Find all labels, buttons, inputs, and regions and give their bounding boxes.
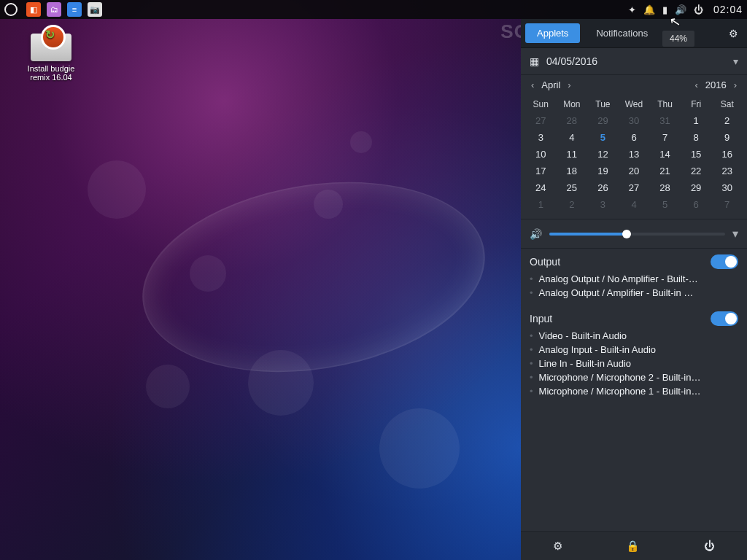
calendar-month: April [541, 79, 560, 90]
calendar-day[interactable]: 30 [619, 112, 650, 129]
calendar-day[interactable]: 11 [557, 146, 588, 163]
input-toggle[interactable] [711, 311, 738, 326]
year-next-icon[interactable]: › [731, 79, 740, 90]
calendar-day[interactable]: 29 [587, 112, 619, 129]
calendar-dow: Tue [587, 96, 619, 112]
calendar-day[interactable]: 5 [649, 196, 681, 213]
calendar-day[interactable]: 30 [711, 179, 743, 196]
calendar-month-row: ‹ April › ‹ 2016 › [521, 75, 747, 95]
input-device[interactable]: Microphone / Microphone 1 - Built-in… [530, 384, 738, 398]
calendar-dow: Thu [649, 96, 681, 112]
power-icon[interactable]: ⏻ [694, 4, 703, 15]
calendar-day[interactable]: 7 [649, 129, 681, 146]
network-icon[interactable]: ✦ [628, 4, 636, 15]
lock-icon[interactable]: 🔒 [626, 540, 640, 553]
calendar-day[interactable]: 15 [681, 146, 712, 163]
raven-bottom-bar: ⚙ 🔒 ⏻ [521, 531, 747, 560]
calendar-day[interactable]: 5 [587, 129, 619, 146]
raven-sidebar: Applets Notifications ⚙ ▦ 04/05/2016 ▾ ‹… [521, 19, 747, 560]
shutdown-icon[interactable]: ⏻ [704, 540, 715, 552]
calendar-day[interactable]: 27 [619, 179, 650, 196]
input-section: Input Video - Built-in AudioAnalog Input… [521, 306, 747, 404]
calendar-day[interactable]: 2 [711, 112, 743, 129]
settings-icon[interactable]: ⚙ [553, 540, 562, 553]
calendar-date: 04/05/2016 [546, 55, 597, 67]
calendar-day[interactable]: 1 [681, 112, 712, 129]
year-prev-icon[interactable]: ‹ [692, 79, 700, 90]
raven-settings-icon[interactable]: ⚙ [724, 25, 743, 42]
input-device[interactable]: Microphone / Microphone 2 - Built-in… [530, 370, 738, 384]
calendar-day[interactable]: 21 [649, 163, 681, 179]
month-prev-icon[interactable]: ‹ [528, 79, 537, 90]
calendar-day[interactable]: 28 [649, 179, 681, 196]
calendar-year: 2016 [705, 79, 727, 90]
install-label-line1: Install budgie [15, 64, 88, 73]
installer-disk-icon [31, 34, 71, 61]
calendar-date-row[interactable]: ▦ 04/05/2016 ▾ [521, 48, 747, 75]
calendar-day[interactable]: 7 [711, 196, 743, 213]
output-device[interactable]: Analog Output / Amplifier - Built-in … [530, 286, 738, 300]
input-device[interactable]: Analog Input - Built-in Audio [530, 343, 738, 357]
calendar-day[interactable]: 23 [711, 163, 743, 179]
calendar-day[interactable]: 28 [557, 112, 588, 129]
raven-tabs: Applets Notifications ⚙ [521, 19, 747, 48]
calendar-day[interactable]: 24 [525, 179, 557, 196]
calendar-day[interactable]: 3 [525, 129, 557, 146]
month-next-icon[interactable]: › [565, 79, 573, 90]
calendar-day[interactable]: 4 [557, 129, 588, 146]
calendar-day[interactable]: 3 [587, 196, 619, 213]
calendar-day[interactable]: 25 [557, 179, 588, 196]
volume-row: 🔊 ▾ [521, 219, 747, 249]
calendar-day[interactable]: 26 [587, 179, 619, 196]
calendar-dow: Sun [525, 96, 557, 112]
calendar-day[interactable]: 6 [619, 129, 650, 146]
calendar-day[interactable]: 4 [619, 196, 650, 213]
calendar-day[interactable]: 6 [681, 196, 712, 213]
output-label: Output [530, 256, 711, 268]
battery-icon[interactable]: ▮ [662, 4, 667, 15]
calendar-day[interactable]: 2 [557, 196, 588, 213]
calendar-day[interactable]: 27 [525, 112, 557, 129]
calendar-dow: Fri [681, 96, 712, 112]
calendar-day[interactable]: 29 [681, 179, 712, 196]
panel-clock[interactable]: 02:04 [713, 4, 743, 15]
calendar-day[interactable]: 9 [711, 129, 743, 146]
calendar-day[interactable]: 17 [525, 163, 557, 179]
calendar-dow: Wed [619, 96, 650, 112]
tab-notifications[interactable]: Notifications [584, 23, 659, 43]
volume-tooltip: 44% [662, 31, 694, 47]
top-panel: ◧ 🗂 ≡ 📷 ✦ 🔔 ▮ 🔊 ⏻ 02:04 [0, 0, 747, 19]
calendar-day[interactable]: 31 [649, 112, 681, 129]
calendar-day[interactable]: 16 [711, 146, 743, 163]
budgie-menu-icon[interactable] [4, 3, 18, 16]
notifications-bell-icon[interactable]: 🔔 [643, 4, 655, 15]
tab-applets[interactable]: Applets [525, 23, 580, 43]
calendar-day[interactable]: 10 [525, 146, 557, 163]
text-editor-icon[interactable]: ≡ [67, 2, 82, 17]
calendar-day[interactable]: 20 [619, 163, 650, 179]
install-label-line2: remix 16.04 [15, 73, 88, 82]
calendar-icon: ▦ [530, 55, 539, 67]
volume-slider[interactable] [549, 233, 725, 236]
output-section: Output Analog Output / No Amplifier - Bu… [521, 249, 747, 306]
volume-chevron-down-icon[interactable]: ▾ [732, 227, 738, 241]
output-toggle[interactable] [711, 254, 738, 269]
input-label: Input [530, 313, 711, 324]
calendar-day[interactable]: 22 [681, 163, 712, 179]
calendar-day[interactable]: 1 [525, 196, 557, 213]
input-device[interactable]: Video - Built-in Audio [530, 329, 738, 343]
screenshot-app-icon[interactable]: 📷 [88, 2, 102, 17]
calendar-day[interactable]: 12 [587, 146, 619, 163]
calendar-day[interactable]: 19 [587, 163, 619, 179]
files-app-icon[interactable]: ◧ [26, 2, 41, 17]
output-device[interactable]: Analog Output / No Amplifier - Built-… [530, 272, 738, 286]
calendar-day[interactable]: 18 [557, 163, 588, 179]
file-manager-icon[interactable]: 🗂 [47, 2, 61, 17]
input-device[interactable]: Line In - Built-in Audio [530, 357, 738, 370]
calendar-day[interactable]: 14 [649, 146, 681, 163]
calendar-day[interactable]: 13 [619, 146, 650, 163]
install-desktop-icon[interactable]: Install budgie remix 16.04 [15, 34, 88, 82]
calendar-day[interactable]: 8 [681, 129, 712, 146]
calendar-dow: Mon [557, 96, 588, 112]
chevron-down-icon[interactable]: ▾ [733, 55, 738, 67]
